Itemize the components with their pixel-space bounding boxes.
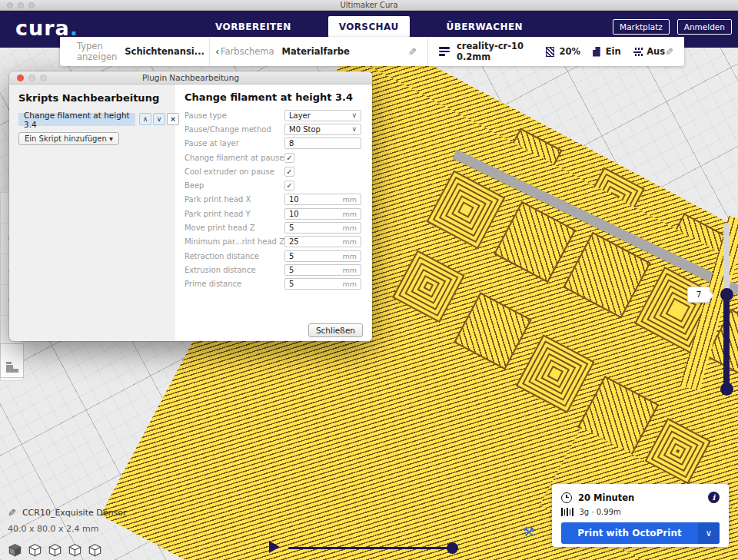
color-scheme-value[interactable]: Materialfarbe — [282, 46, 350, 57]
window-zoom-button[interactable] — [28, 2, 35, 8]
tab-vorbereiten[interactable]: VORBEREITEN — [204, 16, 302, 38]
print-settings-section[interactable]: creality-cr-10 0.2mm 20% Ein Aus ✎ — [427, 37, 684, 66]
anmelden-button[interactable]: Anmelden — [677, 19, 732, 35]
infill-pattern-tile — [516, 334, 595, 413]
remove-script-button[interactable]: × — [167, 113, 179, 125]
setting-select[interactable]: Layer∨ — [284, 110, 361, 121]
setting-label: Cool extruder on pause — [184, 167, 284, 176]
support-value: Ein — [606, 46, 621, 57]
printer-icon — [439, 47, 450, 56]
view-type-section[interactable]: Typen anzeigen Schichtenansi... ‹ — [60, 37, 209, 66]
print-with-octoprint-button[interactable]: Print with OctoPrint ∨ — [561, 522, 720, 544]
view-type-label: Typen anzeigen — [77, 41, 117, 62]
setting-row: Pause typeLayer∨ — [184, 108, 361, 122]
printer-name[interactable]: creality-cr-10 0.2mm — [457, 41, 534, 62]
view-right-button[interactable] — [88, 543, 102, 558]
input-value: 5 — [289, 280, 294, 288]
info-icon[interactable]: i — [708, 492, 720, 503]
setting-checkbox[interactable]: ✓ — [284, 167, 294, 177]
edit-settings-icon[interactable]: ✎ — [665, 46, 673, 58]
input-unit: mm — [342, 195, 357, 204]
layer-slider-lower-handle[interactable] — [720, 383, 733, 396]
rename-model-icon[interactable]: ✎ — [8, 507, 16, 519]
print-options-chevron-icon[interactable]: ∨ — [698, 522, 720, 544]
marktplatz-button[interactable]: Marktplatz — [613, 19, 670, 35]
setting-select[interactable]: M0 Stop∨ — [284, 124, 361, 135]
edit-view-icon[interactable]: ✎ — [408, 46, 417, 58]
setting-input[interactable]: 10mm — [284, 194, 361, 205]
setting-input[interactable]: 25mm — [284, 236, 361, 247]
view-left-button[interactable] — [68, 543, 82, 558]
play-button[interactable] — [269, 541, 280, 553]
setting-input[interactable]: 5mm — [284, 264, 361, 276]
filament-icon — [561, 508, 573, 516]
view-3d-button[interactable] — [8, 543, 22, 558]
setting-input[interactable]: 10mm — [284, 208, 361, 220]
per-model-settings-button[interactable] — [0, 343, 24, 378]
color-scheme-label: Farbschema — [221, 46, 274, 57]
move-script-up-button[interactable]: ∧ — [139, 113, 151, 125]
clock-icon — [561, 492, 572, 503]
dialog-title: Plugin Nachbearbeitung — [142, 73, 239, 82]
post-processing-dialog: Plugin Nachbearbeitung Skripts Nachbearb… — [9, 71, 372, 341]
setting-input[interactable]: 5mm — [284, 250, 361, 262]
window-titlebar: Ultimaker Cura — [0, 0, 738, 11]
setting-row: Cool extruder on pause✓ — [184, 164, 361, 178]
setting-input[interactable]: 5mm — [284, 278, 361, 290]
setting-row: Pause/Change methodM0 Stop∨ — [184, 122, 361, 136]
input-unit: mm — [342, 252, 357, 260]
layer-slider-range[interactable] — [723, 293, 730, 389]
dialog-minimize-button[interactable] — [28, 75, 35, 81]
setting-checkbox[interactable]: ✓ — [284, 181, 294, 191]
setting-row: Retraction distance5mm — [184, 249, 361, 263]
window-minimize-button[interactable] — [18, 2, 24, 8]
dialog-close-button[interactable] — [17, 75, 24, 81]
infill-pattern-tile — [454, 292, 532, 369]
input-unit: mm — [342, 210, 357, 218]
setting-checkbox[interactable]: ✓ — [284, 153, 294, 163]
script-settings-panel: Change filament at height 3.4 Pause type… — [175, 84, 372, 341]
setting-row: Minimum par...rint head Z25mm — [184, 235, 361, 249]
layer-number: 7 — [696, 290, 702, 300]
support-icon — [593, 47, 600, 57]
stage-toolbar: Typen anzeigen Schichtenansi... ‹ Farbsc… — [60, 37, 684, 66]
setting-row: Move print head Z5mm — [184, 220, 361, 234]
setting-label: Prime distance — [184, 280, 284, 288]
dialog-zoom-button[interactable] — [40, 75, 47, 81]
setting-label: Pause at layer — [184, 139, 284, 147]
print-time: 20 Minuten — [578, 492, 634, 503]
view-top-button[interactable] — [48, 543, 62, 558]
view-front-button[interactable] — [28, 543, 42, 558]
script-list-item[interactable]: Change filament at height 3.4 ∧ ∨ × — [18, 113, 135, 126]
path-slider-track[interactable] — [288, 547, 454, 549]
window-close-button[interactable] — [7, 2, 13, 8]
color-scheme-section[interactable]: Farbschema Materialfarbe ✎ — [209, 37, 427, 66]
setting-input[interactable]: 5mm — [284, 222, 361, 234]
view-type-value[interactable]: Schichtenansi... — [125, 46, 204, 57]
script-settings-rows: Pause typeLayer∨Pause/Change methodM0 St… — [184, 108, 361, 291]
input-unit: mm — [342, 237, 357, 246]
script-settings-heading: Change filament at height 3.4 — [184, 91, 361, 103]
input-value: 5 — [289, 224, 294, 232]
move-script-down-button[interactable]: ∨ — [153, 113, 165, 125]
chevron-down-icon: ∨ — [351, 111, 357, 119]
infill-value: 20% — [560, 46, 581, 57]
adhesion-value: Aus — [647, 46, 665, 57]
tab-überwachen[interactable]: ÜBERWACHEN — [436, 16, 534, 38]
input-value: 10 — [289, 210, 299, 218]
setting-label: Retraction distance — [184, 252, 284, 260]
setting-row: Extrusion distance5mm — [184, 263, 361, 277]
material-usage: 3g · 0.99m — [580, 508, 621, 516]
schliessen-button[interactable]: Schließen — [308, 323, 363, 337]
tab-vorschau[interactable]: VORSCHAU — [328, 16, 410, 38]
path-slider-handle[interactable] — [447, 542, 458, 554]
setting-label: Change filament at pause — [184, 154, 284, 162]
select-value: M0 Stop — [289, 125, 321, 134]
dropdown-arrow-icon: ▾ — [109, 134, 113, 143]
setting-input[interactable]: 8 — [284, 138, 361, 149]
add-script-button[interactable]: Ein Skript hinzufügen ▾ — [18, 132, 119, 145]
layer-slider-upper-handle[interactable] — [720, 288, 733, 301]
scripts-list-panel: Skripts Nachbearbeitung Change filament … — [9, 84, 175, 341]
script-name: Change filament at height 3.4 — [24, 111, 135, 129]
tools-icon[interactable]: ⚒ — [523, 524, 534, 539]
